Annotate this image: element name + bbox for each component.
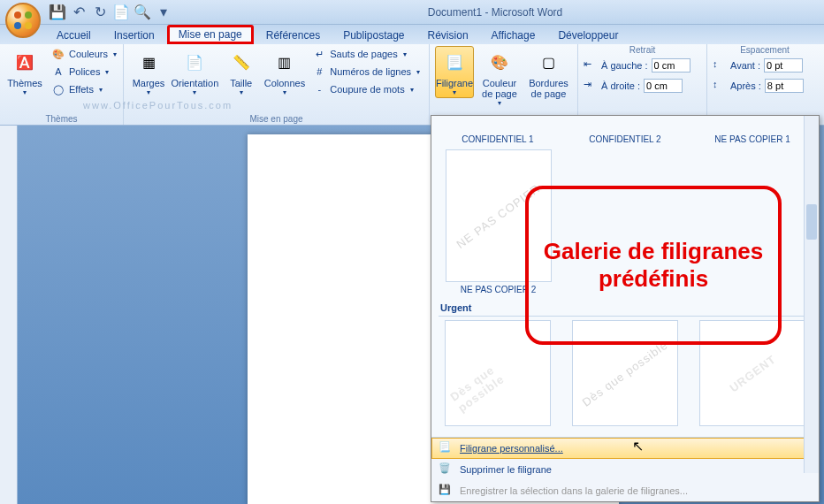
indent-right-icon: ⇥ (584, 79, 598, 93)
tab-references[interactable]: Références (256, 27, 331, 44)
tab-revision[interactable]: Révision (417, 27, 479, 44)
svg-point-3 (25, 22, 32, 29)
borders-icon: ▢ (534, 48, 562, 76)
indent-right-input[interactable] (644, 79, 683, 93)
svg-point-2 (14, 22, 21, 29)
save-icon[interactable]: 💾 (50, 4, 65, 20)
menu-custom-watermark[interactable]: 📃 Filigrane personnalisé... (431, 438, 819, 459)
group-page-setup-label: Mise en page (124, 114, 429, 124)
margins-icon: ▦ (134, 48, 163, 76)
spacing-before-icon: ↕ (713, 58, 727, 73)
save-selection-icon: 💾 (439, 484, 453, 498)
colors-button[interactable]: 🎨Couleurs▾ (48, 46, 120, 62)
gallery-item[interactable]: Dès que possible (439, 320, 557, 426)
colors-icon: 🎨 (51, 47, 65, 61)
ribbon-tabs: Accueil Insertion Mise en page Référence… (0, 25, 824, 44)
indent-right-row: ⇥ À droite : (584, 79, 683, 93)
columns-button[interactable]: ▥Colonnes▾ (264, 46, 306, 98)
office-button[interactable] (5, 3, 41, 38)
effects-button[interactable]: ◯Effets▾ (48, 81, 120, 97)
titlebar: 💾 ↶ ↻ 📄 🔍 ▾ Document1 - Microsoft Word (0, 0, 824, 25)
gallery-item[interactable]: CONFIDENTIEL 1 (439, 119, 557, 144)
gallery-item[interactable]: URGENT (693, 320, 812, 426)
gallery-section-urgent: Urgent (439, 300, 812, 317)
group-indent-label: Retrait (578, 45, 706, 55)
effects-icon: ◯ (51, 82, 65, 96)
tab-mise-en-page[interactable]: Mise en page (167, 25, 254, 44)
columns-icon: ▥ (271, 48, 299, 76)
fonts-button[interactable]: APolices▾ (48, 64, 120, 80)
new-icon[interactable]: 📄 (113, 4, 129, 20)
tab-insertion[interactable]: Insertion (103, 27, 165, 44)
size-button[interactable]: 📏Taille▾ (222, 46, 261, 98)
undo-icon[interactable]: ↶ (71, 4, 87, 20)
gallery-item[interactable]: CONFIDENTIEL 2 (566, 119, 684, 144)
watermark-url: www.OfficePourTous.com (83, 100, 233, 111)
redo-icon[interactable]: ↻ (92, 4, 108, 20)
tab-publipostage[interactable]: Publipostage (332, 27, 415, 44)
group-themes-label: Thèmes (0, 114, 123, 124)
svg-point-0 (14, 11, 21, 19)
tab-developpeur[interactable]: Développeur (547, 27, 629, 44)
page-borders-button[interactable]: ▢Bordures de page (525, 46, 572, 101)
custom-watermark-icon: 📃 (439, 441, 453, 455)
breaks-button[interactable]: ↵Sauts de pages▾ (309, 46, 423, 62)
tab-accueil[interactable]: Accueil (46, 27, 102, 44)
page-color-icon: 🎨 (485, 48, 514, 76)
fonts-icon: A (51, 65, 65, 79)
indent-left-input[interactable] (652, 58, 690, 73)
hyphen-icon: - (312, 82, 326, 96)
ribbon: 🅰️ Thèmes ▾ 🎨Couleurs▾ APolices▾ ◯Effets… (0, 44, 824, 126)
indent-left-row: ⇤ À gauche : (584, 58, 690, 73)
spacing-after-input[interactable] (765, 79, 804, 93)
themes-icon: 🅰️ (11, 48, 39, 76)
window-title: Document1 - Microsoft Word (172, 6, 819, 19)
watermark-button[interactable]: 📃Filigrane▾ (435, 46, 474, 98)
quick-access-toolbar: 💾 ↶ ↻ 📄 🔍 ▾ (50, 4, 172, 20)
gallery-item[interactable]: Dès que possible (566, 320, 684, 426)
line-numbers-button[interactable]: #Numéros de lignes▾ (309, 64, 423, 80)
gallery-footer: 📃 Filigrane personnalisé... 🗑️ Supprimer… (431, 437, 819, 501)
spacing-after-icon: ↕ (713, 79, 727, 93)
watermark-gallery: CONFIDENTIEL 1 CONFIDENTIEL 2 NE PAS COP… (431, 115, 820, 502)
gallery-item-ne-pas-copier-2[interactable]: NE PAS COPIER NE PAS COPIER 2 (439, 149, 558, 294)
menu-remove-watermark[interactable]: 🗑️ Supprimer le filigrane (431, 459, 819, 480)
cursor-icon: ↖ (632, 438, 644, 454)
scrollbar-thumb[interactable] (806, 204, 817, 240)
group-spacing-label: Espacement (707, 45, 822, 55)
size-icon: 📏 (227, 48, 256, 76)
gallery-scrollbar[interactable] (804, 116, 819, 473)
gallery-item[interactable]: NE PAS COPIER 1 (693, 119, 812, 144)
menu-save-selection: 💾 Enregistrer la sélection dans la galer… (431, 480, 819, 501)
tab-affichage[interactable]: Affichage (481, 27, 546, 44)
themes-button[interactable]: 🅰️ Thèmes ▾ (5, 46, 44, 98)
watermark-icon: 📃 (440, 48, 469, 76)
orientation-button[interactable]: 📄Orientation▾ (172, 46, 218, 98)
qat-dropdown-icon[interactable]: ▾ (156, 4, 172, 20)
margins-button[interactable]: ▦Marges▾ (129, 46, 168, 98)
hyphenation-button[interactable]: -Coupure de mots▾ (309, 81, 423, 97)
ruler-vertical (0, 126, 18, 504)
remove-watermark-icon: 🗑️ (439, 462, 453, 477)
breaks-icon: ↵ (312, 47, 326, 61)
page-color-button[interactable]: 🎨Couleur de page▾ (477, 46, 522, 109)
numbers-icon: # (312, 65, 326, 79)
orientation-icon: 📄 (180, 48, 209, 76)
spacing-after-row: ↕ Après : (713, 79, 804, 93)
preview-icon[interactable]: 🔍 (134, 4, 150, 20)
svg-point-1 (25, 11, 32, 19)
indent-left-icon: ⇤ (584, 58, 598, 73)
spacing-before-input[interactable] (764, 58, 803, 73)
spacing-before-row: ↕ Avant : (713, 58, 803, 73)
